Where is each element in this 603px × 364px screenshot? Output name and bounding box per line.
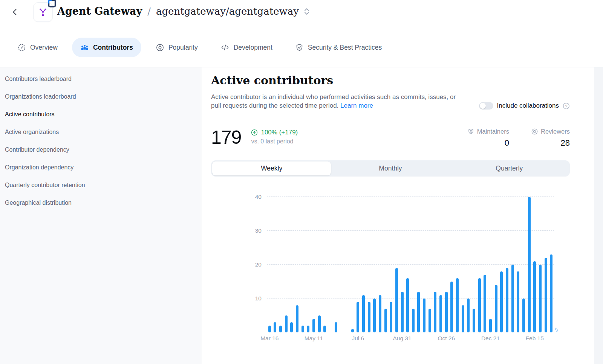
agent-gateway-logo-icon [38,7,48,17]
bar-week-49[interactable] [539,265,542,332]
tab-popularity[interactable]: Popularity [147,38,206,57]
repo-selector-button[interactable] [304,7,309,15]
bar-week-26[interactable] [412,309,415,332]
main-panel: Active contributors Active contributor i… [202,67,603,364]
period-tab-quarterly[interactable]: Quarterly [450,161,569,175]
maintainers-label: Maintainers [477,128,509,135]
y-axis-tick: 30 [255,227,262,234]
bar-week-17[interactable] [362,295,365,332]
bar-week-5[interactable] [296,305,298,332]
bar-week-38[interactable] [478,278,481,332]
sidebar-item-organization-dependency[interactable]: Organization dependency [5,164,202,171]
learn-more-link[interactable]: Learn more [340,102,373,109]
bar-week-35[interactable] [462,305,464,332]
sidebar-item-geographical-distribution[interactable]: Geographical distribution [5,200,202,206]
tab-label: Popularity [168,44,198,52]
bar-week-3[interactable] [285,315,288,332]
bar-week-19[interactable] [373,299,376,332]
sidebar-item-quarterly-contributor-retention[interactable]: Quarterly contributor retention [5,182,202,189]
period-tab-weekly[interactable]: Weekly [212,161,331,175]
app-header: Agent Gateway / agentgateway/agentgatewa… [0,0,603,34]
x-axis-tick: Feb 15 [526,335,544,342]
sidebar-item-organizations-leaderboard[interactable]: Organizations leaderboard [5,93,202,100]
sidebar-item-contributor-dependency[interactable]: Contributor dependency [5,146,202,153]
gridline-40: 40 [267,196,554,197]
bar-week-7[interactable] [307,326,309,332]
bar-week-22[interactable] [390,302,392,332]
bar-week-28[interactable] [423,299,425,332]
tab-label: Overview [30,44,58,52]
bar-week-31[interactable] [439,295,442,332]
tab-contributors[interactable]: Contributors [72,38,141,57]
breadcrumb: Agent Gateway / agentgateway/agentgatewa… [57,5,309,17]
tab-overview[interactable]: Overview [9,38,66,57]
bar-week-0[interactable] [268,326,271,332]
bar-week-39[interactable] [484,275,486,332]
bar-week-34[interactable] [456,278,459,332]
bar-week-21[interactable] [384,309,387,332]
sidebar-item-contributors-leaderboard[interactable]: Contributors leaderboard [5,76,202,82]
bar-week-41[interactable] [495,285,497,332]
period-tab-monthly[interactable]: Monthly [331,161,450,175]
tab-label: Contributors [93,44,133,52]
bar-week-18[interactable] [368,302,370,332]
gauge-icon [17,43,26,52]
bar-week-29[interactable] [429,309,431,332]
toggle-label: Include collaborations [497,102,559,110]
bar-week-44[interactable] [511,265,514,332]
bar-week-2[interactable] [279,326,282,332]
bar-week-12[interactable] [335,322,337,332]
bar-week-4[interactable] [290,322,293,332]
x-axis-tick: Oct 26 [438,335,455,342]
reviewers-stat: Reviewers 28 [531,128,570,148]
arrow-up-circle-icon [251,129,258,136]
stats-row: 179 100% (+179) vs. 0 last period [211,127,570,148]
bar-week-32[interactable] [445,292,448,332]
toggle-knob [480,103,486,109]
bar-week-33[interactable] [450,282,453,332]
bar-week-9[interactable] [318,315,321,332]
flame-icon [156,43,164,52]
x-axis-tick: May 11 [305,335,323,342]
bar-week-23[interactable] [395,268,398,332]
bar-week-30[interactable] [434,292,436,332]
bar-week-37[interactable] [473,309,475,332]
bar-week-27[interactable] [417,292,420,332]
bar-week-46[interactable] [522,299,525,332]
bar-week-10[interactable] [323,326,326,332]
maintainers-stat: Maintainers 0 [467,128,509,148]
bar-week-43[interactable] [506,268,508,332]
bar-week-42[interactable] [500,271,503,332]
bar-week-8[interactable] [312,319,315,332]
sidebar-item-active-organizations[interactable]: Active organizations [5,129,202,136]
bar-week-36[interactable] [467,299,470,332]
period-segmented-control: Weekly Monthly Quarterly [211,160,570,177]
x-axis-tick: Jul 6 [352,335,364,342]
sidebar-item-active-contributors[interactable]: Active contributors [5,111,202,118]
bar-week-48[interactable] [533,261,536,332]
back-button[interactable] [10,7,20,17]
bar-week-47[interactable] [528,197,531,332]
include-collaborations-toggle[interactable] [479,102,493,110]
tab-development[interactable]: Development [212,38,281,57]
bar-week-40[interactable] [489,319,492,332]
bar-week-15[interactable] [351,329,354,332]
delta-value: 100% (+179) [261,129,298,136]
bar-week-24[interactable] [401,292,404,332]
reviewers-value: 28 [561,138,570,148]
bar-week-6[interactable] [302,326,304,332]
bar-week-45[interactable] [517,271,519,332]
active-contributors-chart: 10203040Mar 16May 11Jul 6Aug 31Oct 26Dec… [211,186,570,341]
bar-week-25[interactable] [406,278,409,332]
tab-security[interactable]: Security & Best Practices [287,38,390,57]
bar-week-50[interactable] [545,258,547,332]
active-contributors-count: 179 [211,127,241,148]
bar-week-16[interactable] [357,302,359,332]
description-text: Active contributor is an individual who … [211,93,456,109]
sidebar: Contributors leaderboard Organizations l… [0,67,202,364]
bar-week-1[interactable] [274,322,276,332]
bar-week-51[interactable] [550,254,552,332]
bar-week-20[interactable] [379,295,381,332]
breadcrumb-separator: / [147,6,151,17]
help-icon[interactable]: ? [563,102,570,110]
